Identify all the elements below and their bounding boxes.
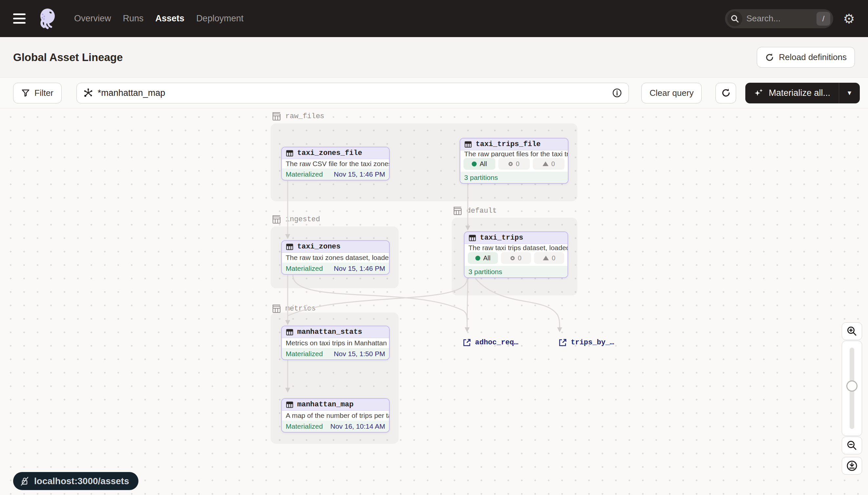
browser-url-overlay: localhost:3000/assets: [13, 472, 138, 490]
group-label-ingested[interactable]: ingested: [271, 214, 320, 224]
external-link-icon: [463, 338, 472, 347]
download-image-button[interactable]: [842, 457, 862, 475]
asset-name: taxi_trips: [480, 234, 523, 242]
partitions-count[interactable]: 3 partitions: [464, 174, 498, 182]
failed-triangle-icon: [543, 256, 549, 260]
nav-links: Overview Runs Assets Deployment: [74, 14, 243, 24]
zoom-in-icon: [846, 326, 857, 337]
materialize-options-caret[interactable]: ▾: [839, 83, 860, 103]
failed-triangle-icon: [543, 161, 548, 166]
partitions-failed-pill[interactable]: 0: [534, 252, 564, 264]
sparkle-icon: [754, 88, 764, 98]
materialization-timestamp[interactable]: Nov 15, 1:46 PM: [334, 264, 385, 272]
refresh-icon: [721, 88, 731, 98]
caret-down-icon: ▾: [848, 89, 851, 97]
download-icon: [846, 460, 858, 472]
table-icon: [468, 234, 476, 242]
lineage-canvas[interactable]: raw_files ingested default metrics: [0, 108, 868, 495]
partitions-missing-pill[interactable]: 0: [501, 252, 531, 264]
asset-description: The raw CSV file for the taxi zones dat.…: [282, 159, 389, 168]
filter-button[interactable]: Filter: [13, 83, 62, 103]
asset-selection-input[interactable]: [76, 83, 629, 103]
materialization-timestamp[interactable]: Nov 15, 1:50 PM: [334, 350, 385, 358]
nav-item-assets[interactable]: Assets: [156, 14, 185, 24]
asset-group-icon: [271, 214, 281, 224]
materialization-timestamp[interactable]: Nov 16, 10:14 AM: [330, 423, 385, 430]
asset-description: The raw taxi zones dataset, loaded int..…: [282, 253, 389, 262]
group-label-raw-files[interactable]: raw_files: [271, 111, 324, 121]
status-badge: Materialized: [286, 264, 323, 272]
table-icon: [286, 243, 294, 251]
materialize-all-button[interactable]: Materialize all... ▾: [745, 83, 860, 103]
asset-description: A map of the number of trips per taxi z.…: [282, 411, 389, 421]
slash-shortcut-badge: /: [816, 12, 830, 25]
asset-name: taxi_zones_file: [297, 149, 362, 157]
status-badge: Materialized: [286, 170, 323, 178]
reload-definitions-button[interactable]: Reload definitions: [757, 47, 855, 68]
asset-group-icon: [271, 303, 281, 314]
reload-icon: [765, 53, 774, 62]
dagster-logo[interactable]: [37, 8, 57, 30]
zoom-in-button[interactable]: [842, 322, 862, 340]
table-icon: [286, 149, 294, 157]
asset-description: The raw parquet files for the taxi trips…: [460, 150, 568, 157]
partitions-materialized-pill[interactable]: All: [468, 252, 498, 264]
page-title: Global Asset Lineage: [13, 51, 123, 64]
materialization-timestamp[interactable]: Nov 15, 1:46 PM: [334, 170, 385, 178]
search-icon: [727, 11, 742, 26]
op-selector-icon: [83, 88, 93, 98]
zoom-out-button[interactable]: [842, 437, 862, 454]
external-asset-adhoc-request[interactable]: adhoc_req…: [463, 338, 518, 347]
global-search[interactable]: /: [725, 9, 833, 28]
asset-node-taxi-trips[interactable]: taxi_trips The raw taxi trips dataset, l…: [464, 232, 568, 278]
asset-node-manhattan-map[interactable]: manhattan_map A map of the number of tri…: [281, 398, 390, 433]
asset-group-icon: [271, 111, 281, 121]
external-asset-trips-by[interactable]: trips_by_…: [558, 338, 614, 347]
page-header: Global Asset Lineage Reload definitions: [0, 37, 868, 78]
clear-query-button[interactable]: Clear query: [641, 83, 702, 103]
asset-name: manhattan_stats: [297, 328, 362, 336]
asset-name: taxi_trips_file: [476, 140, 541, 148]
asset-node-taxi-trips-file[interactable]: taxi_trips_file The raw parquet files fo…: [460, 138, 568, 184]
nav-item-deployment[interactable]: Deployment: [196, 14, 243, 24]
materialized-dot-icon: [475, 256, 480, 261]
table-icon: [286, 401, 294, 409]
asset-node-taxi-zones[interactable]: taxi_zones The raw taxi zones dataset, l…: [281, 240, 390, 275]
group-label-default[interactable]: default: [452, 205, 497, 216]
dagster-app: Overview Runs Assets Deployment / ⚙ Glob…: [0, 0, 868, 495]
menu-icon[interactable]: [13, 14, 28, 24]
asset-node-taxi-zones-file[interactable]: taxi_zones_file The raw CSV file for the…: [281, 147, 390, 181]
partitions-materialized-pill[interactable]: All: [463, 158, 495, 170]
search-input[interactable]: [746, 14, 816, 24]
table-icon: [464, 140, 472, 148]
refresh-graph-button[interactable]: [715, 83, 736, 103]
asset-query-input[interactable]: [98, 88, 612, 98]
insecure-lock-icon: [20, 476, 30, 486]
asset-name: manhattan_map: [297, 400, 354, 409]
settings-gear-icon[interactable]: ⚙: [843, 12, 855, 25]
asset-description: The raw taxi trips dataset, loaded into …: [464, 244, 568, 252]
lineage-toolbar: Filter Clear query: [0, 78, 868, 108]
partitions-failed-pill[interactable]: 0: [533, 158, 565, 170]
filter-funnel-icon: [21, 89, 30, 97]
asset-group-icon: [452, 205, 463, 216]
zoom-slider[interactable]: [842, 341, 862, 436]
status-badge: Materialized: [286, 423, 323, 430]
asset-node-manhattan-stats[interactable]: manhattan_stats Metrics on taxi trips in…: [281, 326, 390, 360]
partitions-missing-pill[interactable]: 0: [498, 158, 530, 170]
group-label-metrics[interactable]: metrics: [271, 303, 316, 314]
asset-description: Metrics on taxi trips in Manhattan: [282, 338, 389, 348]
info-icon[interactable]: [612, 88, 622, 98]
nav-item-runs[interactable]: Runs: [123, 14, 144, 24]
zoom-slider-handle[interactable]: [846, 380, 857, 392]
status-badge: Materialized: [286, 350, 323, 358]
materialized-dot-icon: [472, 161, 477, 167]
top-nav: Overview Runs Assets Deployment / ⚙: [0, 0, 868, 37]
external-link-icon: [558, 338, 567, 347]
table-icon: [286, 328, 294, 336]
partitions-count[interactable]: 3 partitions: [468, 268, 502, 276]
asset-name: taxi_zones: [297, 243, 340, 251]
url-text: localhost:3000/assets: [34, 476, 129, 487]
nav-item-overview[interactable]: Overview: [74, 14, 111, 24]
missing-ring-icon: [510, 256, 515, 260]
